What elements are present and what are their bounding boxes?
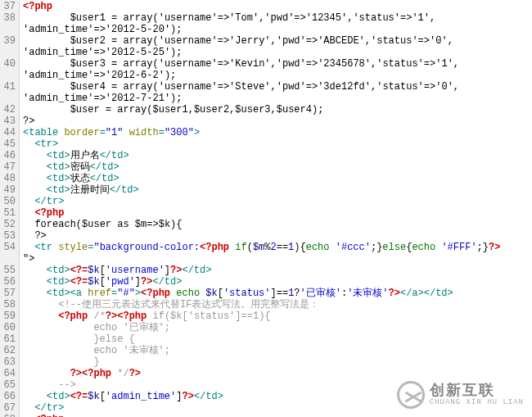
line-number bbox=[2, 25, 16, 36]
code-line: </tr> bbox=[23, 403, 529, 415]
line-number: 37 bbox=[2, 2, 16, 13]
code-line: }else { bbox=[23, 334, 529, 346]
line-number: 54 bbox=[2, 242, 16, 254]
code-line: <table border="1" width="300"> bbox=[23, 128, 529, 139]
line-number: 48 bbox=[2, 174, 16, 185]
code-line: $user1 = array('username'=>'Tom','pwd'=>… bbox=[23, 13, 529, 25]
code-line: <td><a href="#"><?php echo $k['status']=… bbox=[23, 288, 529, 300]
line-number: 40 bbox=[2, 59, 16, 70]
code-line: echo '已审核'; bbox=[23, 323, 529, 334]
code-line: <td><?=$k['username']?></td> bbox=[23, 265, 529, 277]
line-number: 66 bbox=[2, 392, 16, 403]
line-number: 52 bbox=[2, 220, 16, 231]
code-line: <?php bbox=[23, 2, 529, 13]
code-line: <td><?=$k['pwd']?></td> bbox=[23, 277, 529, 288]
line-number: 42 bbox=[2, 105, 16, 116]
line-number: 67 bbox=[2, 403, 16, 415]
line-number: 55 bbox=[2, 265, 16, 277]
line-number: 64 bbox=[2, 369, 16, 380]
code-line: <?php /*?><?php if($k['status']==1){ bbox=[23, 311, 529, 323]
code-line: "> bbox=[23, 254, 529, 265]
line-number: 45 bbox=[2, 139, 16, 151]
code-line: </tr> bbox=[23, 197, 529, 208]
code-line: <td>密码</td> bbox=[23, 162, 529, 174]
code-line: $user2 = array('username'=>'Jerry','pwd'… bbox=[23, 36, 529, 48]
code-line: foreach($user as $m=>$k){ bbox=[23, 220, 529, 231]
line-number: 61 bbox=[2, 334, 16, 346]
code-line: echo '未审核'; bbox=[23, 346, 529, 357]
code-line: ?> bbox=[23, 116, 529, 128]
code-line: $user3 = array('username'=>'Kevin','pwd'… bbox=[23, 59, 529, 70]
line-number: 41 bbox=[2, 82, 16, 93]
code-line: --> bbox=[23, 380, 529, 392]
code-line: 'admin_time'=>'2012-7-21'); bbox=[23, 93, 529, 105]
code-line: 'admin_time'=>'2012-5-25'); bbox=[23, 48, 529, 59]
code-line: <?php bbox=[23, 208, 529, 220]
code-line: <td>用户名</td> bbox=[23, 151, 529, 162]
code-line: <td>状态</td> bbox=[23, 174, 529, 185]
line-number: 43 bbox=[2, 116, 16, 128]
line-number bbox=[2, 93, 16, 105]
line-number: 50 bbox=[2, 197, 16, 208]
code-line: 'admin_time'=>'2012-6-2'); bbox=[23, 70, 529, 82]
line-number: 51 bbox=[2, 208, 16, 220]
code-line: ?><?php */?> bbox=[23, 369, 529, 380]
line-number: 57 bbox=[2, 288, 16, 300]
line-number: 53 bbox=[2, 231, 16, 242]
line-number: 56 bbox=[2, 277, 16, 288]
line-number bbox=[2, 48, 16, 59]
line-number-gutter: 3738394041424344454647484950515253545556… bbox=[0, 0, 20, 417]
code-line: ?> bbox=[23, 231, 529, 242]
code-line: <tr> bbox=[23, 139, 529, 151]
line-number: 38 bbox=[2, 13, 16, 25]
line-number: 59 bbox=[2, 311, 16, 323]
line-number bbox=[2, 254, 16, 265]
code-line: <tr style="background-color:<?php if($m%… bbox=[23, 242, 529, 254]
line-number: 60 bbox=[2, 323, 16, 334]
code-line: } bbox=[23, 357, 529, 369]
line-number: 39 bbox=[2, 36, 16, 48]
code-area: <?php $user1 = array('username'=>'Tom','… bbox=[20, 0, 532, 417]
line-number: 62 bbox=[2, 346, 16, 357]
line-number: 44 bbox=[2, 128, 16, 139]
line-number: 46 bbox=[2, 151, 16, 162]
code-line: $user = array($user1,$user2,$user3,$user… bbox=[23, 105, 529, 116]
line-number bbox=[2, 70, 16, 82]
code-editor: 3738394041424344454647484950515253545556… bbox=[0, 0, 532, 417]
line-number: 47 bbox=[2, 162, 16, 174]
line-number: 63 bbox=[2, 357, 16, 369]
code-line: <!--使用三元表达式来代替IF表达式写法。用完整写法是： bbox=[23, 300, 529, 311]
line-number: 49 bbox=[2, 185, 16, 197]
line-number: 65 bbox=[2, 380, 16, 392]
code-line: <td><?=$k['admin_time']?></td> bbox=[23, 392, 529, 403]
code-line: $user4 = array('username'=>'Steve','pwd'… bbox=[23, 82, 529, 93]
code-line: <td>注册时间</td> bbox=[23, 185, 529, 197]
code-line: 'admin_time'=>'2012-5-20'); bbox=[23, 25, 529, 36]
line-number: 58 bbox=[2, 300, 16, 311]
